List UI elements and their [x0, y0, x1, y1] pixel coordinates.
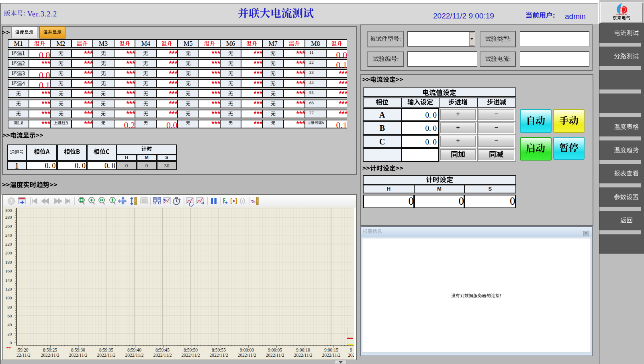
svg-text:?: ?: [10, 198, 12, 204]
svg-text:f: f: [242, 199, 243, 203]
svg-text:8:59:55: 8:59:55: [212, 348, 226, 352]
svg-text:8:59:40: 8:59:40: [127, 348, 141, 352]
svg-text:2022/11/2: 2022/11/2: [41, 353, 59, 358]
svg-text:60: 60: [8, 313, 12, 318]
svg-text::59:20: :59:20: [16, 348, 29, 352]
svg-text:8:59:35: 8:59:35: [99, 348, 113, 352]
svg-text:2022/11/2: 2022/11/2: [209, 353, 228, 358]
svg-text:260: 260: [5, 224, 12, 228]
svg-text:%: %: [251, 198, 256, 204]
svg-text:160: 160: [5, 268, 12, 273]
svg-text:180: 180: [5, 260, 12, 264]
svg-text:240: 240: [5, 233, 12, 238]
svg-text:40: 40: [8, 322, 12, 327]
svg-text:202: 202: [348, 353, 355, 358]
svg-text:220: 220: [5, 242, 12, 246]
svg-text:100: 100: [5, 295, 12, 300]
svg-text:300: 300: [5, 208, 12, 213]
svg-text:0: 0: [10, 340, 12, 345]
svg-text:2022/11/2: 2022/11/2: [266, 353, 284, 358]
svg-text:9:00:15: 9:00:15: [324, 348, 338, 352]
svg-text:8:59:50: 8:59:50: [184, 348, 198, 352]
svg-text:120: 120: [5, 287, 12, 291]
svg-text:140: 140: [5, 278, 12, 283]
svg-text:2022/11/2: 2022/11/2: [153, 353, 172, 358]
svg-text:200: 200: [5, 250, 12, 255]
svg-text:2022/11/2: 2022/11/2: [237, 353, 256, 358]
svg-text:80: 80: [8, 305, 12, 309]
svg-text:8:59:45: 8:59:45: [155, 348, 170, 352]
svg-text:2022/11/2: 2022/11/2: [294, 353, 312, 358]
svg-text:8:59:30: 8:59:30: [71, 348, 85, 352]
svg-text:2022/11/2: 2022/11/2: [97, 353, 115, 358]
svg-text:280: 280: [5, 215, 12, 220]
svg-text:9:00:10: 9:00:10: [296, 348, 310, 352]
svg-text:9:00:05: 9:00:05: [268, 348, 282, 352]
svg-text:9:00:00: 9:00:00: [240, 348, 254, 352]
svg-text:20: 20: [8, 331, 12, 336]
svg-text:9: 9: [350, 348, 352, 352]
svg-text:2022/11/2: 2022/11/2: [322, 353, 340, 358]
svg-text:8:59:25: 8:59:25: [43, 348, 57, 352]
svg-text:2022/11/2: 2022/11/2: [69, 353, 87, 358]
svg-text:22/11/2: 22/11/2: [16, 353, 31, 358]
svg-text:2022/11/2: 2022/11/2: [181, 353, 200, 358]
svg-text:2022/11/2: 2022/11/2: [125, 353, 143, 358]
